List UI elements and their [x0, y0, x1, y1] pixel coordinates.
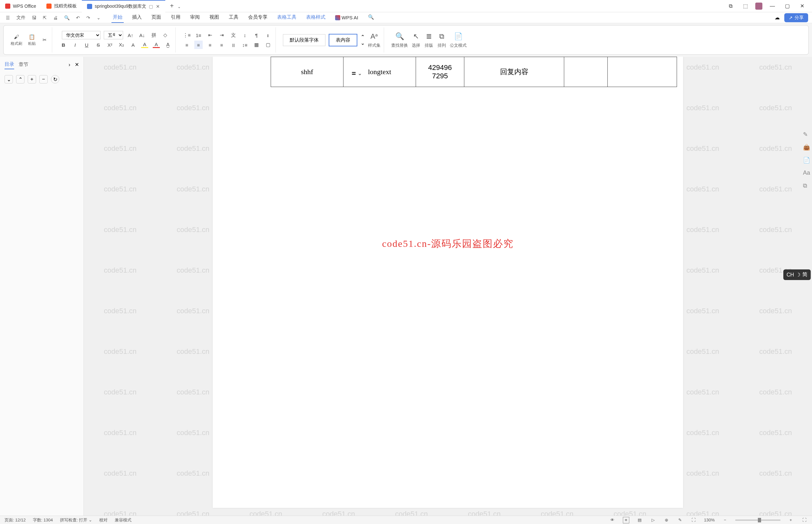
zoom-slider[interactable]: [735, 520, 780, 521]
nav-down-icon[interactable]: ⌄: [4, 75, 13, 83]
ruler-marker[interactable]: 〓 ⌄: [351, 70, 362, 77]
ime-badge[interactable]: CH ☽ 简: [783, 269, 811, 280]
indent-icon[interactable]: ⇥: [217, 31, 226, 39]
cloud-icon[interactable]: ☁: [775, 15, 780, 21]
cell-c4[interactable]: 回复内容: [464, 57, 564, 87]
outdent-icon[interactable]: ⇤: [206, 31, 214, 39]
underline-icon[interactable]: U: [82, 40, 91, 49]
minimize-icon[interactable]: —: [767, 1, 777, 11]
bold-icon[interactable]: B: [59, 40, 68, 49]
menu-view[interactable]: 视图: [208, 12, 220, 23]
status-proof[interactable]: 校对: [99, 517, 107, 523]
undo-icon[interactable]: ↶: [74, 14, 82, 21]
arrange-button[interactable]: ⧉ 排列: [437, 32, 447, 48]
clearfmt-icon[interactable]: ◇: [161, 31, 169, 39]
maximize-icon[interactable]: ▢: [782, 1, 792, 11]
avatar[interactable]: [755, 3, 762, 10]
aligncenter-icon[interactable]: ≡: [194, 40, 203, 49]
status-compat[interactable]: 兼容模式: [115, 517, 131, 523]
size-select[interactable]: 五号: [104, 31, 123, 39]
monitor-icon[interactable]: ▢: [149, 4, 153, 9]
lp-tab-mulu[interactable]: 目录: [4, 60, 14, 69]
globe-icon[interactable]: ⊕: [663, 517, 670, 523]
fullscreen-icon[interactable]: ⛶: [801, 517, 808, 523]
style-tablecontent[interactable]: 表内容: [329, 34, 357, 46]
table-row[interactable]: shhf longtext 429496 7295 回复内容: [271, 57, 677, 87]
phonetic-icon[interactable]: 拼: [150, 31, 158, 39]
share-button[interactable]: ↗ 分享: [784, 13, 808, 22]
redo-icon[interactable]: ↷: [84, 14, 92, 21]
eye-icon[interactable]: 👁: [609, 517, 616, 523]
nav-add-icon[interactable]: +: [28, 75, 36, 83]
docarea[interactable]: code51.cncode51.cncode51.cncode51.cncode…: [84, 57, 812, 515]
nav-minus-icon[interactable]: −: [39, 75, 48, 83]
superscript-icon[interactable]: X²: [106, 40, 114, 49]
close-icon[interactable]: ✕: [156, 4, 160, 9]
menu-page[interactable]: 页面: [150, 12, 162, 23]
menu-wpsai[interactable]: WPS AI: [334, 12, 360, 23]
doc-table[interactable]: shhf longtext 429496 7295 回复内容: [271, 57, 677, 87]
styles-up-icon[interactable]: ⌃: [361, 34, 365, 40]
rail-pencil-icon[interactable]: ✎: [803, 131, 810, 138]
select-button[interactable]: ↖ 选择: [411, 32, 421, 48]
pencil-icon[interactable]: ✎: [677, 517, 683, 523]
save-icon[interactable]: 🖫: [30, 14, 38, 21]
distribute-icon[interactable]: ⫾: [264, 31, 272, 39]
menu-tabletool[interactable]: 表格工具: [276, 12, 298, 23]
focus-icon[interactable]: ⛶: [691, 517, 697, 523]
lp-tab-zhangjie[interactable]: 章节: [19, 60, 28, 69]
border-icon[interactable]: ▢: [264, 40, 272, 49]
search-icon[interactable]: 🔍: [367, 12, 376, 23]
chevron-down-icon[interactable]: ⌄: [95, 14, 102, 21]
zoomin-icon[interactable]: +: [788, 517, 794, 523]
chevron-down-icon[interactable]: ⌄: [178, 4, 181, 9]
zoom-value[interactable]: 130%: [704, 518, 715, 522]
tab-wps[interactable]: WPS Office: [0, 0, 41, 12]
weblayout-icon[interactable]: ▤: [636, 517, 643, 523]
cut-icon[interactable]: ✂: [40, 36, 49, 44]
status-page[interactable]: 页面: 12/12: [4, 517, 26, 523]
rail-layers-icon[interactable]: ⧉: [803, 182, 810, 190]
play-icon[interactable]: ▷: [650, 517, 656, 523]
menu-ref[interactable]: 引用: [169, 12, 182, 23]
cell-c6[interactable]: [608, 57, 677, 87]
textdir-icon[interactable]: 文: [229, 31, 237, 39]
highlight-icon[interactable]: A: [140, 40, 149, 49]
tab-template[interactable]: 找稻壳模板: [41, 0, 82, 12]
close-icon[interactable]: ✕: [797, 1, 807, 11]
cell-c1[interactable]: shhf: [271, 57, 344, 87]
menu-tablestyle[interactable]: 表格样式: [305, 12, 327, 23]
file-menu[interactable]: 文件: [15, 14, 28, 22]
menu-start[interactable]: 开始: [112, 12, 124, 23]
italic-icon[interactable]: I: [71, 40, 79, 49]
copy-window-icon[interactable]: ⧉: [726, 1, 735, 11]
cube-icon[interactable]: ⬚: [741, 1, 750, 11]
alignleft-icon[interactable]: ≡: [183, 40, 191, 49]
close-icon[interactable]: ✕: [75, 62, 79, 68]
fontshrink-icon[interactable]: A↓: [138, 31, 146, 39]
paste-button[interactable]: 📋 粘贴: [27, 33, 37, 47]
zoomout-icon[interactable]: −: [722, 517, 728, 523]
hamburger-icon[interactable]: ☰: [4, 14, 12, 21]
add-tab-button[interactable]: + ⌄: [165, 2, 185, 10]
export-icon[interactable]: ⇱: [41, 14, 49, 21]
menu-member[interactable]: 会员专享: [247, 12, 269, 23]
rail-aa-icon[interactable]: Aa: [803, 169, 810, 177]
menu-tool[interactable]: 工具: [228, 12, 240, 23]
fontcolor-icon[interactable]: A: [152, 40, 161, 49]
numlist-icon[interactable]: 1≡: [194, 31, 203, 39]
fontgrow-icon[interactable]: A↑: [126, 31, 135, 39]
layout-button[interactable]: ≣ 排版: [424, 32, 434, 48]
chevron-right-icon[interactable]: ›: [69, 62, 70, 68]
rail-doc-icon[interactable]: 📄: [803, 157, 810, 164]
cell-c3[interactable]: 429496 7295: [416, 57, 464, 87]
nav-up-icon[interactable]: ⌃: [16, 75, 24, 83]
alignboth-icon[interactable]: ⫼: [229, 40, 237, 49]
bullet-icon[interactable]: ⋮≡: [183, 31, 191, 39]
sort-icon[interactable]: ↕: [241, 31, 249, 39]
cell-c5[interactable]: [564, 57, 608, 87]
subscript-icon[interactable]: X₂: [117, 40, 126, 49]
formatbrush-button[interactable]: 🖌 格式刷: [9, 33, 23, 47]
style-default[interactable]: 默认段落字体: [283, 34, 326, 46]
preview-icon[interactable]: 🔍: [62, 14, 71, 21]
